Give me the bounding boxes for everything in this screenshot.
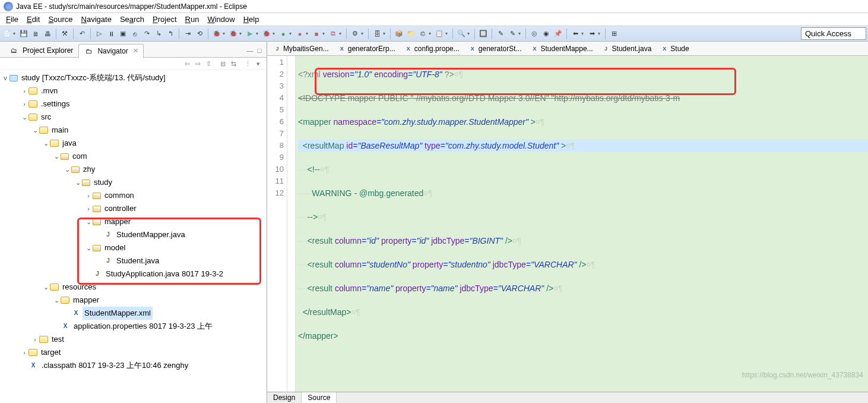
- tree-item[interactable]: ›common: [1, 189, 267, 202]
- drop-icon[interactable]: ⟲: [195, 29, 204, 39]
- chevron-icon[interactable]: ⌄: [74, 176, 82, 189]
- fwd-icon[interactable]: ➡: [587, 29, 597, 39]
- pkg-icon[interactable]: 📦: [394, 29, 404, 39]
- coverage-icon[interactable]: ●: [295, 29, 305, 39]
- build-icon[interactable]: ⚒: [60, 29, 69, 39]
- editor-tab[interactable]: Xconfig.prope...: [401, 42, 465, 55]
- annotate-icon[interactable]: ✎: [508, 29, 517, 39]
- chevron-icon[interactable]: ›: [20, 84, 28, 97]
- chevron-icon[interactable]: ›: [84, 189, 93, 202]
- save-icon[interactable]: 💾: [19, 29, 28, 39]
- menu-run[interactable]: Run: [181, 14, 204, 25]
- skip-icon[interactable]: ⇥: [183, 29, 192, 39]
- up-nav-icon[interactable]: ⇧: [204, 59, 213, 68]
- tree-item[interactable]: ⌄main: [1, 124, 267, 137]
- chevron-down-icon[interactable]: v: [1, 71, 9, 84]
- tree-item[interactable]: ⌄study: [1, 176, 267, 189]
- mark-icon[interactable]: ✎: [496, 29, 505, 39]
- chevron-icon[interactable]: ⌄: [42, 281, 50, 294]
- new-server-icon[interactable]: 🗄: [372, 29, 382, 39]
- tree-item[interactable]: ›test: [1, 333, 267, 346]
- tree-item[interactable]: StudentMapper.xml: [1, 307, 267, 320]
- chevron-icon[interactable]: ›: [31, 333, 39, 346]
- chevron-icon[interactable]: ⌄: [63, 163, 71, 176]
- chevron-icon[interactable]: ⌄: [84, 215, 93, 228]
- chevron-icon[interactable]: ›: [84, 202, 93, 215]
- stepover-icon[interactable]: ↷: [142, 29, 151, 39]
- tree-root[interactable]: v study [Txxzc/Txxzc-系统端/13. 代码/study]: [1, 71, 267, 84]
- menu-window[interactable]: Window: [203, 14, 239, 25]
- editor-tab[interactable]: JMybaitisGen...: [270, 42, 334, 55]
- persp-icon[interactable]: ⊞: [609, 29, 619, 39]
- back-icon[interactable]: ⬅: [571, 29, 580, 39]
- code-editor[interactable]: <?xml version="1.0" encoding="UTF-8" ?>¤…: [296, 56, 868, 392]
- tree-item[interactable]: Student.java: [1, 254, 267, 267]
- filters-icon[interactable]: ⋮: [243, 59, 252, 68]
- tree-item[interactable]: ⌄zhy: [1, 163, 267, 176]
- pause-icon[interactable]: ⏸: [106, 29, 116, 39]
- editor-tab[interactable]: JStudent.java: [598, 42, 657, 55]
- focus-icon[interactable]: ◎: [530, 29, 539, 39]
- collapse-all-icon[interactable]: ⊟: [218, 59, 227, 68]
- minimize-view-icon[interactable]: —: [246, 46, 254, 55]
- tab-design[interactable]: Design: [267, 392, 302, 403]
- chevron-icon[interactable]: ⌄: [52, 294, 61, 307]
- editor-tab[interactable]: XgeneratorErp...: [334, 42, 401, 55]
- tree-item[interactable]: application.properties 8017 19-3-23 上午: [1, 320, 267, 333]
- tree-item[interactable]: ⌄model: [1, 241, 267, 254]
- close-icon[interactable]: ✕: [133, 47, 138, 55]
- chevron-icon[interactable]: ⌄: [20, 111, 28, 124]
- menu-help[interactable]: Help: [239, 14, 264, 25]
- chevron-icon[interactable]: ⌄: [84, 241, 93, 254]
- view-menu-icon[interactable]: ▾: [254, 59, 263, 68]
- menu-navigate[interactable]: Navigate: [77, 14, 116, 25]
- search-icon[interactable]: 🔍: [457, 29, 466, 39]
- disconnect-icon[interactable]: ⎋: [130, 29, 140, 39]
- class-icon[interactable]: ©: [418, 29, 427, 39]
- debug-icon[interactable]: 🐞: [212, 29, 221, 39]
- tree-item[interactable]: ›controller: [1, 202, 267, 215]
- back-nav-icon[interactable]: ⇦: [182, 59, 192, 68]
- pin-icon[interactable]: 📌: [553, 29, 563, 39]
- new-icon[interactable]: 📄: [2, 29, 12, 39]
- chevron-icon[interactable]: ›: [20, 97, 28, 111]
- link-editor-icon[interactable]: ⇆: [229, 59, 238, 68]
- tab-source[interactable]: Source: [302, 392, 337, 403]
- task-icon[interactable]: ◉: [541, 29, 551, 39]
- tree-item[interactable]: ⌄src: [1, 111, 267, 124]
- tree-item[interactable]: ›.settings: [1, 97, 267, 111]
- tree-item[interactable]: .classpath 8017 19-3-23 上午10:46 zenghy: [1, 359, 267, 372]
- open-type-icon[interactable]: 🔲: [479, 29, 488, 39]
- debug2-icon[interactable]: 🐞: [262, 29, 271, 39]
- maximize-view-icon[interactable]: □: [255, 46, 264, 55]
- tree-item[interactable]: ⌄com: [1, 150, 267, 163]
- menu-search[interactable]: Search: [116, 14, 148, 25]
- chevron-icon[interactable]: ⌄: [31, 124, 39, 137]
- navigator-tree[interactable]: v study [Txxzc/Txxzc-系统端/13. 代码/study] ›…: [0, 70, 267, 403]
- tab-navigator[interactable]: 🗀 Navigator ✕: [78, 44, 143, 58]
- server-run-icon[interactable]: ▶: [245, 29, 255, 39]
- stepout-icon[interactable]: ↰: [166, 29, 175, 39]
- menu-file[interactable]: File: [2, 14, 23, 25]
- tree-item[interactable]: StudyApplication.java 8017 19-3-2: [1, 267, 267, 281]
- chevron-icon[interactable]: ⌄: [42, 137, 50, 150]
- tree-item[interactable]: ⌄resources: [1, 281, 267, 294]
- undo-icon[interactable]: ↶: [77, 29, 87, 39]
- tree-item[interactable]: ›target: [1, 346, 267, 359]
- menu-source[interactable]: Source: [44, 14, 77, 25]
- tree-item[interactable]: ⌄mapper: [1, 294, 267, 307]
- tab-project-explorer[interactable]: 🗂 Project Explorer: [4, 43, 78, 58]
- tree-item[interactable]: ⌄java: [1, 137, 267, 150]
- editor-tab[interactable]: XStude: [657, 42, 694, 55]
- stop2-icon[interactable]: ▣: [118, 29, 128, 39]
- chevron-icon[interactable]: ›: [20, 346, 28, 359]
- menu-edit[interactable]: Edit: [23, 14, 44, 25]
- fwd-nav-icon[interactable]: ⇨: [193, 59, 202, 68]
- open-task-icon[interactable]: 📋: [435, 29, 444, 39]
- saveall-icon[interactable]: 🗎: [31, 29, 40, 39]
- tree-item[interactable]: ›.mvn: [1, 84, 267, 97]
- tree-item[interactable]: StudentMapper.java: [1, 228, 267, 241]
- tree-item[interactable]: ⌄mapper: [1, 215, 267, 228]
- quick-access-input[interactable]: Quick Access: [801, 27, 866, 40]
- server-debug-icon[interactable]: 🐞: [229, 29, 238, 39]
